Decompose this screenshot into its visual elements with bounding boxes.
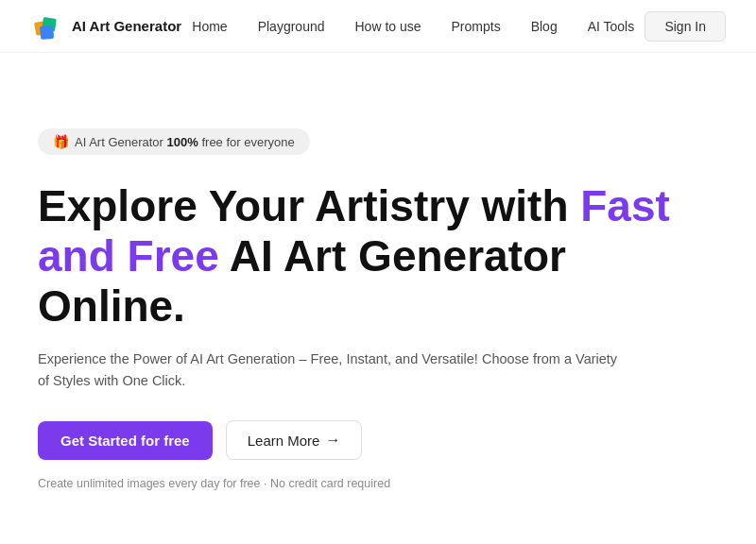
- svg-rect-2: [40, 25, 54, 39]
- get-started-button[interactable]: Get Started for free: [38, 421, 213, 460]
- hero-subtitle: Experience the Power of AI Art Generatio…: [38, 348, 624, 392]
- nav-item-playground[interactable]: Playground: [258, 18, 325, 35]
- hero-title-part1: Explore Your Artistry with: [38, 181, 580, 230]
- arrow-icon: →: [325, 432, 340, 449]
- badge-label: AI Art Generator 100% free for everyone: [75, 135, 295, 149]
- nav-item-how-to-use[interactable]: How to use: [354, 18, 421, 35]
- badge-bold: 100%: [167, 135, 198, 149]
- hero-title: Explore Your Artistry with Fast and Free…: [38, 181, 680, 332]
- hero-footnote: Create unlimited images every day for fr…: [38, 477, 390, 490]
- promo-badge: 🎁 AI Art Generator 100% free for everyon…: [38, 128, 310, 155]
- badge-text-2: free for everyone: [201, 135, 294, 149]
- nav-links: Home Playground How to use Prompts Blog …: [192, 18, 634, 35]
- learn-more-button[interactable]: Learn More →: [226, 420, 363, 460]
- navbar: AI Art Generator Home Playground How to …: [0, 0, 756, 53]
- nav-item-home[interactable]: Home: [192, 18, 227, 35]
- badge-text-1: AI Art Generator: [75, 135, 163, 149]
- nav-item-prompts[interactable]: Prompts: [452, 18, 501, 35]
- sign-in-button[interactable]: Sign In: [644, 11, 726, 42]
- logo-icon: [30, 9, 64, 43]
- logo-text: AI Art Generator: [72, 18, 181, 34]
- hero-content: 🎁 AI Art Generator 100% free for everyon…: [38, 128, 718, 490]
- nav-item-ai-tools[interactable]: AI Tools: [588, 18, 635, 35]
- hero-section: 🎁 AI Art Generator 100% free for everyon…: [0, 53, 756, 528]
- logo[interactable]: AI Art Generator: [30, 9, 181, 43]
- nav-item-blog[interactable]: Blog: [531, 18, 558, 35]
- nav-link-home[interactable]: Home: [192, 19, 227, 34]
- cta-buttons: Get Started for free Learn More →: [38, 420, 362, 460]
- nav-link-ai-tools[interactable]: AI Tools: [588, 19, 635, 34]
- nav-link-playground[interactable]: Playground: [258, 19, 325, 34]
- nav-link-how-to-use[interactable]: How to use: [354, 19, 421, 34]
- nav-link-prompts[interactable]: Prompts: [452, 19, 501, 34]
- learn-more-label: Learn More: [248, 433, 320, 449]
- nav-link-blog[interactable]: Blog: [531, 19, 558, 34]
- badge-icon: 🎁: [53, 134, 69, 149]
